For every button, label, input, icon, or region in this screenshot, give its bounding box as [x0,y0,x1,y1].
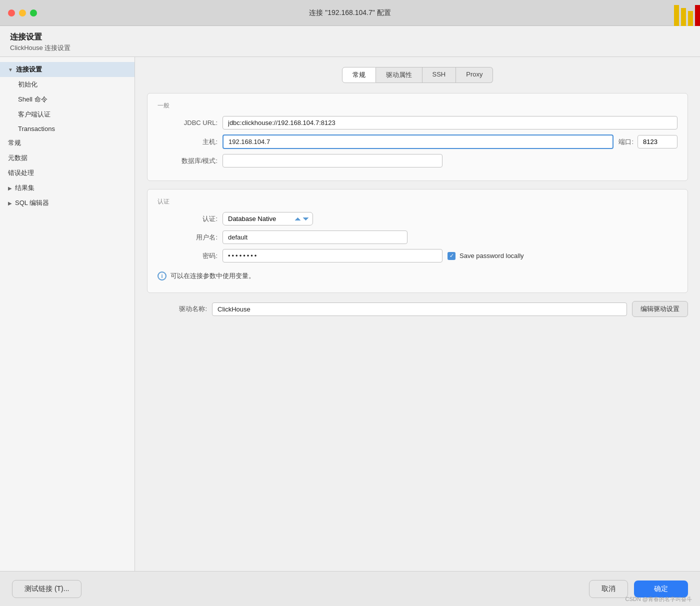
chevron-down-icon: ▼ [8,67,13,72]
auth-select-wrapper: Database Native Username & Password None… [222,212,313,226]
sidebar-item-shell-command[interactable]: Shell 命令 [0,92,134,107]
auth-type-label: 认证: [158,214,218,224]
db-schema-row: 数据库/模式: [158,154,678,168]
window-controls[interactable] [8,10,37,16]
auth-select[interactable]: Database Native Username & Password None [222,212,313,226]
sidebar-item-general[interactable]: 常规 [0,136,134,150]
sidebar-item-label: 常规 [8,138,21,148]
sidebar-item-label: 结果集 [15,184,34,192]
host-label: 主机: [158,138,218,146]
password-row: 密码: Save password locally [158,249,678,262]
driver-row: 驱动名称: 编辑驱动设置 [147,301,688,317]
sidebar-item-metadata[interactable]: 元数据 [0,150,134,166]
content-area: 常规 驱动属性 SSH Proxy 一般 JDBC URL: 主机: 端口: [135,57,700,573]
logo-bar-3 [688,11,693,26]
db-schema-label: 数据库/模式: [158,156,218,166]
ok-button[interactable]: 确定 [634,580,688,598]
tab-general[interactable]: 常规 [342,67,376,83]
sidebar-item-sql-editor[interactable]: ▶ SQL 编辑器 [0,196,134,210]
username-row: 用户名: [158,230,678,244]
info-row: i 可以在连接参数中使用变量。 [158,268,678,284]
tab-bar: 常规 驱动属性 SSH Proxy [147,67,688,83]
password-label: 密码: [158,252,218,260]
logo-bar-2 [681,8,686,26]
jdbc-url-row: JDBC URL: [158,116,678,130]
logo-bar-4 [695,5,700,26]
save-password-label: Save password locally [460,252,524,260]
test-connection-button[interactable]: 测试链接 (T)... [12,580,82,598]
chevron-right-icon: ▶ [8,200,12,206]
info-text: 可以在连接参数中使用变量。 [170,272,255,280]
port-label: 端口: [618,138,634,146]
footer: 测试链接 (T)... 取消 确定 [0,571,700,606]
sidebar-item-client-auth[interactable]: 客户端认证 [0,107,134,122]
port-group: 端口: [618,135,678,148]
sidebar-item-label: 客户端认证 [18,110,50,119]
tab-ssh[interactable]: SSH [422,67,456,83]
sidebar-item-label: 错误处理 [8,168,34,178]
header-block: 连接设置 ClickHouse 连接设置 [10,32,70,52]
jdbc-url-input[interactable] [222,116,678,130]
window-title: 连接 "192.168.104.7" 配置 [309,8,390,18]
info-icon: i [158,272,166,280]
jdbc-url-label: JDBC URL: [158,119,218,126]
logo-decoration [674,0,700,26]
titlebar: 连接 "192.168.104.7" 配置 [0,0,700,26]
tab-driver-props[interactable]: 驱动属性 [376,67,422,83]
save-password-row: Save password locally [448,252,524,260]
app-header: 连接设置 ClickHouse 连接设置 [0,26,700,57]
host-input[interactable] [222,134,614,149]
footer-left: 测试链接 (T)... [12,580,583,598]
sidebar-item-label: SQL 编辑器 [15,198,49,208]
app-header-subtitle: ClickHouse 连接设置 [10,44,70,52]
sidebar: ▼ 连接设置 初始化 Shell 命令 客户端认证 Transactions 常… [0,57,135,573]
sidebar-item-error-handling[interactable]: 错误处理 [0,166,134,180]
general-section: 一般 JDBC URL: 主机: 端口: 数据库/模式: [147,93,688,181]
sidebar-item-initialization[interactable]: 初始化 [0,77,134,92]
watermark: CSDN @青春的名字叫奋斗 [626,596,692,603]
edit-driver-button[interactable]: 编辑驱动设置 [632,301,688,317]
sidebar-item-connection-settings[interactable]: ▼ 连接设置 [0,62,134,77]
sidebar-item-label: 连接设置 [16,65,42,74]
username-label: 用户名: [158,233,218,242]
auth-type-row: 认证: Database Native Username & Password … [158,212,678,226]
chevron-right-icon: ▶ [8,186,12,191]
db-schema-input[interactable] [222,154,442,168]
sidebar-item-label: 初始化 [18,80,38,89]
maximize-button[interactable] [30,10,37,16]
tab-proxy[interactable]: Proxy [456,67,493,83]
auth-section: 认证 认证: Database Native Username & Passwo… [147,189,688,293]
driver-name-input[interactable] [212,302,627,316]
sidebar-item-transactions[interactable]: Transactions [0,122,134,136]
port-input[interactable] [638,135,678,148]
sidebar-item-result-set[interactable]: ▶ 结果集 [0,180,134,196]
minimize-button[interactable] [19,10,26,16]
cancel-button[interactable]: 取消 [589,580,628,598]
username-input[interactable] [222,230,408,244]
auth-section-title: 认证 [158,198,678,206]
main-layout: ▼ 连接设置 初始化 Shell 命令 客户端认证 Transactions 常… [0,57,700,573]
sidebar-item-label: 元数据 [8,154,28,162]
password-input[interactable] [222,249,442,262]
general-section-title: 一般 [158,102,678,110]
sidebar-item-label: Transactions [18,125,55,132]
save-password-checkbox[interactable] [448,252,456,260]
sidebar-item-label: Shell 命令 [18,95,48,104]
app-header-title: 连接设置 [10,32,70,42]
driver-name-label: 驱动名称: [147,304,207,314]
logo-bar-1 [674,5,679,26]
close-button[interactable] [8,10,15,16]
host-port-row: 主机: 端口: [158,134,678,149]
